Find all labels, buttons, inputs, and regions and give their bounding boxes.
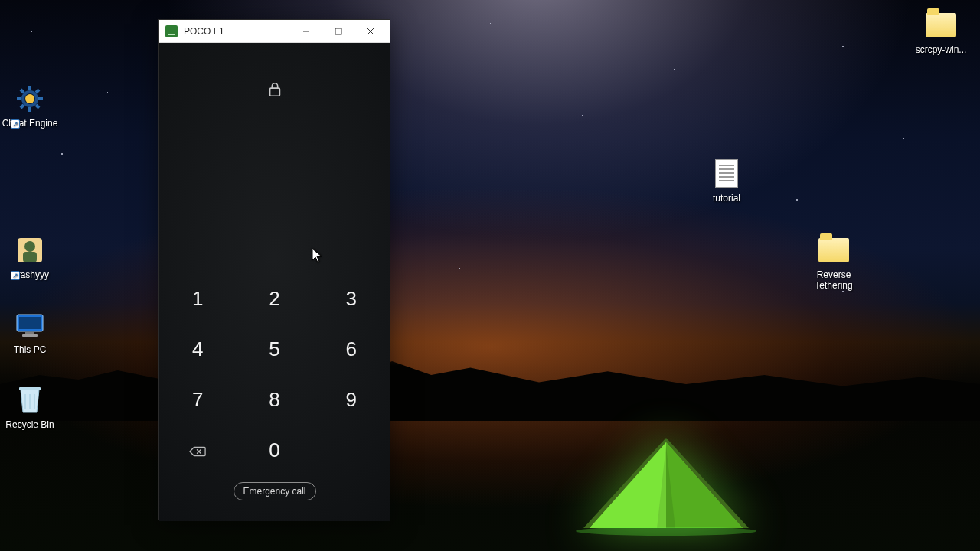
monitor-icon <box>15 313 45 337</box>
keypad-key-6[interactable]: 6 <box>313 335 390 363</box>
pin-keypad: 1 2 3 4 5 6 7 8 9 0 <box>159 285 390 464</box>
svg-marker-3 <box>590 442 666 528</box>
desktop-icon-recycle-bin[interactable]: Recycle Bin <box>0 384 60 430</box>
emergency-call-button[interactable]: Emergency call <box>233 482 315 500</box>
desktop-icon-crashyyy[interactable]: ↗ Crashyyy <box>0 234 60 280</box>
keypad-key-0[interactable]: 0 <box>236 436 312 464</box>
keypad-key-4[interactable]: 4 <box>159 335 236 363</box>
svg-marker-4 <box>666 442 743 528</box>
svg-point-5 <box>576 527 756 536</box>
svg-rect-10 <box>23 252 37 262</box>
shortcut-overlay-icon: ↗ <box>11 119 20 129</box>
avatar-icon <box>15 235 45 266</box>
desktop-icon-this-pc[interactable]: This PC <box>0 309 60 355</box>
keypad-key-8[interactable]: 8 <box>236 386 312 413</box>
keypad-key-7[interactable]: 7 <box>159 386 236 413</box>
svg-rect-13 <box>25 332 34 334</box>
recycle-bin-icon <box>17 385 43 416</box>
folder-icon <box>926 13 956 37</box>
keypad-key-9[interactable]: 9 <box>313 386 390 413</box>
scrcpy-window[interactable]: POCO F1 1 2 3 4 5 <box>158 19 390 520</box>
shortcut-overlay-icon: ↗ <box>11 271 20 280</box>
svg-point-9 <box>24 241 35 252</box>
desktop-icon-label: Reverse Tethering <box>804 269 864 291</box>
keypad-key-3[interactable]: 3 <box>313 285 390 312</box>
svg-marker-0 <box>583 438 749 528</box>
scrcpy-app-icon <box>165 25 178 37</box>
window-close-button[interactable] <box>354 20 387 43</box>
svg-rect-17 <box>270 88 279 96</box>
folder-icon <box>818 238 849 262</box>
desktop-icon-label: Recycle Bin <box>0 419 60 430</box>
svg-rect-12 <box>19 317 41 329</box>
keypad-key-2[interactable]: 2 <box>236 285 312 312</box>
svg-marker-1 <box>590 442 743 528</box>
desktop-icon-tutorial[interactable]: tutorial <box>697 158 756 204</box>
text-file-icon <box>715 159 738 188</box>
window-title: POCO F1 <box>184 26 290 37</box>
window-maximize-button[interactable] <box>322 20 354 43</box>
window-titlebar[interactable]: POCO F1 <box>159 20 390 43</box>
desktop-icon-label: scrcpy-win... <box>911 44 971 55</box>
wallpaper-mountains <box>0 329 980 421</box>
svg-point-7 <box>25 94 34 103</box>
gear-icon <box>15 83 45 114</box>
keypad-key-5[interactable]: 5 <box>236 335 312 363</box>
keypad-backspace[interactable] <box>159 436 236 464</box>
wallpaper-tent <box>567 429 766 536</box>
svg-marker-2 <box>657 445 675 528</box>
phone-lockscreen[interactable]: 1 2 3 4 5 6 7 8 9 0 <box>159 43 390 521</box>
lock-icon <box>266 81 283 98</box>
svg-rect-14 <box>22 334 38 337</box>
svg-rect-16 <box>335 28 341 34</box>
desktop-icon-reverse-tethering[interactable]: Reverse Tethering <box>804 234 864 291</box>
desktop-icon-scrcpy-win[interactable]: scrcpy-win... <box>911 9 971 55</box>
keypad-key-1[interactable]: 1 <box>159 285 236 312</box>
desktop-icon-label: tutorial <box>697 193 756 204</box>
desktop[interactable]: ↗ Cheat Engine ↗ Crashyyy <box>0 0 980 551</box>
window-minimize-button[interactable] <box>290 20 322 43</box>
desktop-icon-label: Cheat Engine <box>0 118 60 129</box>
svg-rect-15 <box>19 387 41 390</box>
backspace-icon <box>159 438 236 465</box>
desktop-icon-label: This PC <box>0 344 60 355</box>
desktop-icon-label: Crashyyy <box>0 269 60 280</box>
desktop-icon-cheat-engine[interactable]: ↗ Cheat Engine <box>0 83 60 129</box>
